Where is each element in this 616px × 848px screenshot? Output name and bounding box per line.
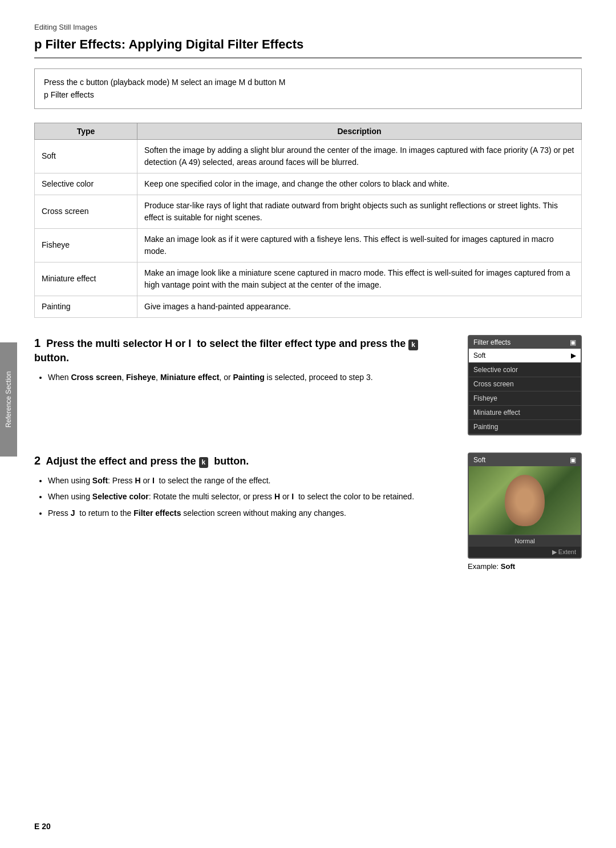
- soft-screen-mockup: Soft ▣ Normal ▶ Extent Example: Soft: [468, 453, 582, 571]
- step2-row: 2 Adjust the effect and press the k butt…: [34, 453, 582, 571]
- table-cell-type: Selective color: [35, 173, 137, 195]
- step1-row: 1 Press the multi selector H or I to sel…: [34, 335, 582, 435]
- filter-screen-header: Filter effects ▣: [469, 336, 581, 349]
- table-row: SoftSoften the image by adding a slight …: [35, 139, 582, 173]
- table-cell-description: Soften the image by adding a slight blur…: [137, 139, 582, 173]
- table-cell-type: Fisheye: [35, 228, 137, 262]
- step2-bullet2: When using Selective color: Rotate the m…: [48, 490, 451, 503]
- table-cell-type: Miniature effect: [35, 262, 137, 296]
- table-row: Selective colorKeep one specified color …: [35, 173, 582, 195]
- instruction-line1: Press the c button (playback mode) M sel…: [44, 76, 572, 88]
- step2-title: 2 Adjust the effect and press the k butt…: [34, 453, 451, 469]
- filter-screen-item: Painting: [469, 420, 581, 434]
- steps-area: 1 Press the multi selector H or I to sel…: [34, 335, 582, 571]
- table-header-description: Description: [137, 123, 582, 139]
- table-cell-description: Produce star-like rays of light that rad…: [137, 195, 582, 228]
- table-row: PaintingGive images a hand-painted appea…: [35, 296, 582, 317]
- reference-sidebar: Reference Section: [0, 342, 17, 457]
- table-row: Cross screenProduce star-like rays of li…: [35, 195, 582, 228]
- step1-bullets: When Cross screen, Fisheye, Miniature ef…: [34, 371, 451, 383]
- table-cell-description: Make an image look like a miniature scen…: [137, 262, 582, 296]
- filter-screen-mockup: Filter effects ▣ Soft▶Selective colorCro…: [468, 335, 582, 435]
- face-silhouette: [505, 475, 545, 526]
- step1-title: 1 Press the multi selector H or I to sel…: [34, 335, 451, 365]
- table-cell-type: Soft: [35, 139, 137, 173]
- filter-screen-item: Selective color: [469, 363, 581, 377]
- soft-screen-footer: Normal: [469, 535, 581, 547]
- soft-screen-box: Soft ▣ Normal ▶ Extent: [468, 453, 582, 559]
- step1-bullet1: When Cross screen, Fisheye, Miniature ef…: [48, 371, 451, 383]
- page-title: p Filter Effects: Applying Digital Filte…: [34, 37, 582, 58]
- table-cell-description: Keep one specified color in the image, a…: [137, 173, 582, 195]
- filter-effects-table: Type Description SoftSoften the image by…: [34, 123, 582, 318]
- table-cell-type: Cross screen: [35, 195, 137, 228]
- soft-screen-image: [469, 466, 581, 535]
- filter-screen-item: Cross screen: [469, 377, 581, 391]
- page-footer: E 20: [34, 822, 51, 831]
- soft-screen-extent: ▶ Extent: [469, 547, 581, 558]
- step2-bullet3: Press J to return to the Filter effects …: [48, 507, 451, 519]
- filter-screen-item: Miniature effect: [469, 406, 581, 420]
- filter-screen-box: Filter effects ▣ Soft▶Selective colorCro…: [468, 335, 582, 435]
- filter-screen-item: Fisheye: [469, 391, 581, 406]
- table-cell-type: Painting: [35, 296, 137, 317]
- instruction-box: Press the c button (playback mode) M sel…: [34, 68, 582, 109]
- instruction-line2: p Filter effects: [44, 88, 572, 101]
- breadcrumb: Editing Still Images: [34, 23, 582, 31]
- table-cell-description: Make an image look as if it were capture…: [137, 228, 582, 262]
- step2-bullets: When using Soft: Press H or I to select …: [34, 474, 451, 519]
- soft-screen-header: Soft ▣: [469, 454, 581, 466]
- table-cell-description: Give images a hand-painted appearance.: [137, 296, 582, 317]
- table-row: FisheyeMake an image look as if it were …: [35, 228, 582, 262]
- table-row: Miniature effectMake an image look like …: [35, 262, 582, 296]
- example-label: Example: Soft: [468, 562, 582, 571]
- filter-screen-item: Soft▶: [469, 349, 581, 363]
- step1-content: 1 Press the multi selector H or I to sel…: [34, 335, 451, 387]
- step2-bullet1: When using Soft: Press H or I to select …: [48, 474, 451, 487]
- step2-content: 2 Adjust the effect and press the k butt…: [34, 453, 451, 523]
- table-header-type: Type: [35, 123, 137, 139]
